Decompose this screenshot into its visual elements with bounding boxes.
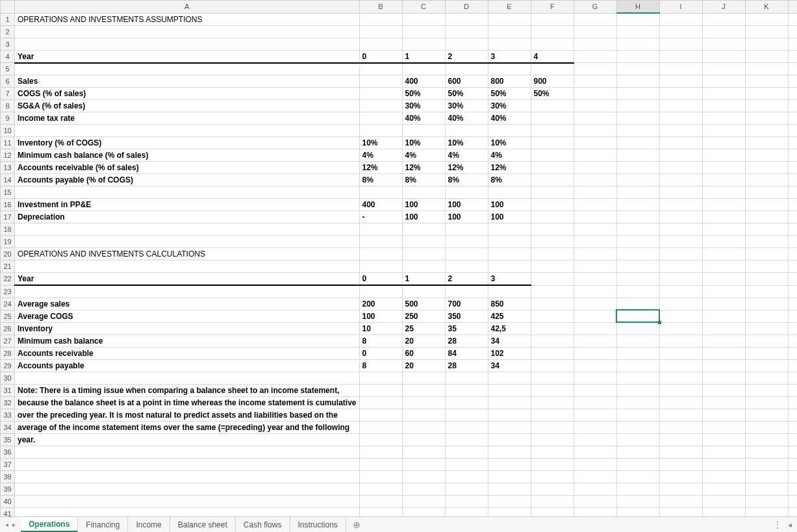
- cell-G3[interactable]: [574, 38, 616, 50]
- cell-C5[interactable]: [402, 63, 445, 75]
- row-header-20[interactable]: 20: [1, 248, 15, 260]
- cell-J26[interactable]: [702, 322, 745, 335]
- cell-J4[interactable]: [702, 50, 745, 63]
- cell-C2[interactable]: [402, 25, 445, 38]
- column-header-H[interactable]: H: [616, 1, 659, 14]
- cell-H5[interactable]: [616, 63, 659, 75]
- cell-F10[interactable]: [531, 125, 574, 137]
- cell-D21[interactable]: [445, 260, 488, 273]
- cell-G11[interactable]: [574, 137, 616, 149]
- row-header-25[interactable]: 25: [1, 310, 15, 322]
- cell-K14[interactable]: [745, 174, 788, 186]
- cell-L37[interactable]: [788, 458, 797, 470]
- cell-D3[interactable]: [445, 38, 488, 50]
- cell-E36[interactable]: [488, 446, 531, 458]
- sheet-tab-balance-sheet[interactable]: Balance sheet: [170, 517, 236, 532]
- cell-H39[interactable]: [616, 483, 659, 495]
- cell-D31[interactable]: [445, 384, 488, 396]
- cell-I37[interactable]: [659, 458, 702, 470]
- cell-B19[interactable]: [359, 236, 402, 248]
- cell-G19[interactable]: [574, 236, 616, 248]
- column-header-J[interactable]: J: [702, 1, 745, 14]
- cell-H9[interactable]: [616, 112, 659, 125]
- cell-K7[interactable]: [745, 88, 788, 100]
- cell-K37[interactable]: [745, 458, 788, 470]
- cell-D12[interactable]: 4%: [445, 149, 488, 162]
- cell-L10[interactable]: [788, 125, 797, 137]
- cell-C10[interactable]: [402, 125, 445, 137]
- cell-H32[interactable]: [616, 396, 659, 409]
- cell-J15[interactable]: [702, 186, 745, 199]
- cell-G4[interactable]: [574, 50, 616, 63]
- cell-B21[interactable]: [359, 260, 402, 273]
- column-header-L[interactable]: L: [788, 1, 797, 14]
- cell-E22[interactable]: 3: [488, 273, 531, 286]
- cell-L28[interactable]: [788, 347, 797, 359]
- cell-E11[interactable]: 10%: [488, 137, 531, 149]
- cell-C37[interactable]: [402, 458, 445, 470]
- cell-I2[interactable]: [659, 25, 702, 38]
- cell-L14[interactable]: [788, 174, 797, 186]
- cell-B28[interactable]: 0: [359, 347, 402, 359]
- cell-I23[interactable]: [659, 285, 702, 298]
- cell-A16[interactable]: Investment in PP&E: [15, 199, 360, 211]
- cell-G24[interactable]: [574, 298, 616, 310]
- cell-H29[interactable]: [616, 359, 659, 372]
- cell-J19[interactable]: [702, 236, 745, 248]
- cell-I25[interactable]: [659, 310, 702, 322]
- cell-E40[interactable]: [488, 495, 531, 507]
- cell-K3[interactable]: [745, 38, 788, 50]
- row-header-11[interactable]: 11: [1, 137, 15, 149]
- cell-F21[interactable]: [531, 260, 574, 273]
- cell-G5[interactable]: [574, 63, 616, 75]
- cell-E2[interactable]: [488, 25, 531, 38]
- cell-G9[interactable]: [574, 112, 616, 125]
- cell-A24[interactable]: Average sales: [15, 298, 360, 310]
- row-header-35[interactable]: 35: [1, 433, 15, 446]
- cell-K11[interactable]: [745, 137, 788, 149]
- cell-A7[interactable]: COGS (% of sales): [15, 88, 360, 100]
- cell-A40[interactable]: [15, 495, 360, 507]
- cell-E37[interactable]: [488, 458, 531, 470]
- cell-A21[interactable]: [15, 260, 360, 273]
- cell-G39[interactable]: [574, 483, 616, 495]
- cell-A26[interactable]: Inventory: [15, 322, 360, 335]
- cell-D17[interactable]: 100: [445, 211, 488, 223]
- cell-C9[interactable]: 40%: [402, 112, 445, 125]
- cell-L21[interactable]: [788, 260, 797, 273]
- cell-G7[interactable]: [574, 88, 616, 100]
- cell-L7[interactable]: [788, 88, 797, 100]
- cell-J29[interactable]: [702, 359, 745, 372]
- cell-L39[interactable]: [788, 483, 797, 495]
- cell-C20[interactable]: [402, 248, 445, 260]
- cell-H27[interactable]: [616, 335, 659, 347]
- cell-F26[interactable]: [531, 322, 574, 335]
- cell-J21[interactable]: [702, 260, 745, 273]
- cell-L36[interactable]: [788, 446, 797, 458]
- cell-D38[interactable]: [445, 470, 488, 483]
- cell-D13[interactable]: 12%: [445, 162, 488, 174]
- row-header-34[interactable]: 34: [1, 421, 15, 433]
- cell-I3[interactable]: [659, 38, 702, 50]
- cell-I16[interactable]: [659, 199, 702, 211]
- cell-K16[interactable]: [745, 199, 788, 211]
- cell-I6[interactable]: [659, 75, 702, 88]
- row-header-9[interactable]: 9: [1, 112, 15, 125]
- cell-F25[interactable]: [531, 310, 574, 322]
- cell-J35[interactable]: [702, 433, 745, 446]
- cell-G14[interactable]: [574, 174, 616, 186]
- cell-H24[interactable]: [616, 298, 659, 310]
- cell-F8[interactable]: [531, 100, 574, 112]
- cell-C31[interactable]: [402, 384, 445, 396]
- cell-K15[interactable]: [745, 186, 788, 199]
- cell-G21[interactable]: [574, 260, 616, 273]
- cell-K2[interactable]: [745, 25, 788, 38]
- cell-F4[interactable]: 4: [531, 50, 574, 63]
- cell-G27[interactable]: [574, 335, 616, 347]
- cell-E26[interactable]: 42,5: [488, 322, 531, 335]
- cell-H28[interactable]: [616, 347, 659, 359]
- cell-B14[interactable]: 8%: [359, 174, 402, 186]
- cell-I19[interactable]: [659, 236, 702, 248]
- cell-H23[interactable]: [616, 285, 659, 298]
- row-header-31[interactable]: 31: [1, 384, 15, 396]
